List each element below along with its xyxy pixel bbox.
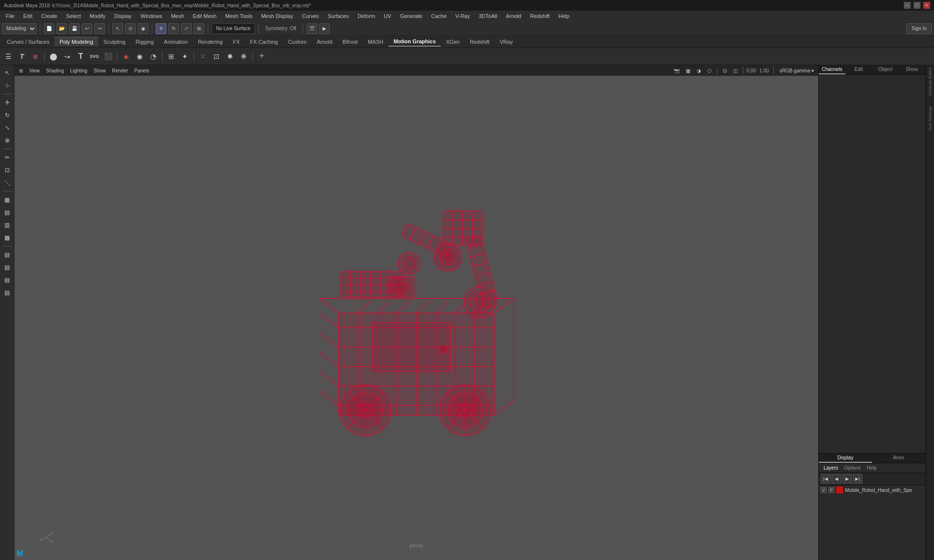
icon-place[interactable]: ⊞ [165, 50, 178, 63]
tab-rigging[interactable]: Rigging [131, 37, 159, 46]
tool-universal[interactable]: ⊕ [1, 135, 13, 146]
tool-sculpt[interactable]: ✏ [1, 152, 13, 163]
tab-channels[interactable]: Channels [819, 65, 845, 74]
layer-visibility-check[interactable]: V [821, 487, 826, 493]
tab-redshift[interactable]: Redshift [465, 37, 494, 46]
icon-curve[interactable]: ↝ [61, 50, 73, 63]
tab-fx[interactable]: FX [228, 37, 245, 46]
new-scene-btn[interactable]: 📄 [44, 23, 54, 34]
menu-edit-mesh[interactable]: Edit Mesh [189, 12, 220, 20]
tab-custom[interactable]: Custom [283, 37, 311, 46]
layer-nav-next[interactable]: ▶ [842, 474, 852, 484]
menu-mesh-tools[interactable]: Mesh Tools [221, 12, 256, 20]
tab-curves-surfaces[interactable]: Curves / Surfaces [2, 37, 54, 46]
icon-color2[interactable]: ◉ [133, 50, 146, 63]
menu-help[interactable]: Help [555, 12, 574, 20]
tab-poly-modeling[interactable]: Poly Modeling [54, 37, 98, 46]
tab-show[interactable]: Show [898, 65, 925, 74]
tool-cv[interactable]: ⋱ [1, 177, 13, 189]
menu-modify[interactable]: Modify [86, 12, 109, 20]
menu-select[interactable]: Select [62, 12, 85, 20]
tab-bifrost[interactable]: Bifrost [338, 37, 362, 46]
save-btn[interactable]: 💾 [69, 23, 80, 34]
tool-layout-grid[interactable]: ▦ [1, 194, 13, 206]
tool-list4[interactable]: ▤ [1, 287, 13, 298]
undo-btn[interactable]: ↩ [82, 23, 92, 34]
tab-xgen[interactable]: XGen [441, 37, 465, 46]
lasso-btn[interactable]: ⊙ [125, 23, 136, 34]
vp-shading[interactable]: Shading [44, 68, 67, 74]
tool-list1[interactable]: ▤ [1, 249, 13, 261]
render-btn[interactable]: ▶ [319, 23, 330, 34]
vp-icon-aa[interactable]: ◫ [731, 68, 740, 74]
menu-windows[interactable]: Windows [137, 12, 166, 20]
icon-cube[interactable]: ⬛ [102, 50, 114, 63]
menu-edit[interactable]: Edit [19, 12, 36, 20]
menu-3dtoall[interactable]: 3DToAll [475, 12, 501, 20]
tab-options[interactable]: Options [842, 465, 862, 471]
tab-sculpting[interactable]: Sculpting [99, 37, 130, 46]
layer-nav-start[interactable]: |◀ [821, 474, 830, 484]
tool-list2[interactable]: ▤ [1, 262, 13, 273]
close-button[interactable]: ✕ [923, 2, 930, 9]
scale-btn[interactable]: ⤢ [181, 23, 192, 34]
icon-color1[interactable]: ◈ [120, 50, 132, 63]
vp-icon-camera[interactable]: 📷 [671, 68, 682, 74]
tab-fx-caching[interactable]: FX Caching [245, 37, 283, 46]
icon-emitter[interactable]: ✺ [224, 50, 236, 63]
menu-mesh[interactable]: Mesh [167, 12, 188, 20]
tab-vray[interactable]: VRay [495, 37, 518, 46]
minimize-button[interactable]: ─ [904, 2, 911, 9]
tool-scale[interactable]: ⤡ [1, 122, 13, 134]
layer-nav-end[interactable]: ▶| [853, 474, 862, 484]
icon-arc[interactable]: ◔ [147, 50, 160, 63]
paint-btn[interactable]: ◉ [138, 23, 148, 34]
transform-btn[interactable]: ⊞ [194, 23, 204, 34]
viewport[interactable]: ⊞ View Shading Lighting Show Render Pane… [15, 65, 818, 560]
vp-icon-wireframe[interactable]: ⬡ [705, 68, 714, 74]
tab-mash[interactable]: MASH [363, 37, 388, 46]
render-settings-btn[interactable]: 🎬 [306, 23, 317, 34]
vp-render[interactable]: Render [109, 68, 130, 74]
icon-fields[interactable]: ⊡ [210, 50, 223, 63]
open-btn[interactable]: 📂 [56, 23, 67, 34]
menu-redshift[interactable]: Redshift [526, 12, 554, 20]
menu-cache[interactable]: Cache [427, 12, 450, 20]
tool-paint[interactable]: ⊡ [1, 164, 13, 176]
tab-motion-graphics[interactable]: Motion Graphics [389, 37, 441, 47]
menu-uv[interactable]: UV [380, 12, 395, 20]
icon-grid-dots[interactable]: ⁙ [197, 50, 209, 63]
icon-light[interactable]: ✦ [179, 50, 191, 63]
tool-select[interactable]: ↖ [1, 67, 13, 79]
mode-dropdown[interactable]: Modeling [2, 23, 36, 34]
icon-burst[interactable]: ❋ [237, 50, 250, 63]
menu-mesh-display[interactable]: Mesh Display [257, 12, 297, 20]
redo-btn[interactable]: ↪ [94, 23, 105, 34]
vp-icon-grid[interactable]: ▦ [683, 68, 693, 74]
tool-select2[interactable]: ⊹ [1, 80, 13, 91]
tab-arnold[interactable]: Arnold [312, 37, 337, 46]
tab-edit[interactable]: Edit [845, 65, 872, 74]
maximize-button[interactable]: □ [914, 2, 920, 9]
icon-sphere[interactable]: ⬤ [47, 50, 60, 63]
menu-display[interactable]: Display [110, 12, 136, 20]
menu-deform[interactable]: Deform [354, 12, 379, 20]
select-tool-btn[interactable]: ↖ [112, 23, 123, 34]
tool-list3[interactable]: ▤ [1, 274, 13, 286]
tab-rendering[interactable]: Rendering [193, 37, 228, 46]
icon-menu[interactable]: ☰ [2, 50, 15, 63]
vp-gamma-select[interactable]: sRGB gamma ▾ [777, 68, 816, 74]
rotate-btn[interactable]: ↻ [168, 23, 179, 34]
layer-nav-prev[interactable]: ◀ [831, 474, 841, 484]
vp-icon-resolution[interactable]: ⊡ [720, 68, 729, 74]
vp-view[interactable]: View [27, 68, 42, 74]
tab-display[interactable]: Display [819, 454, 872, 463]
vp-panels[interactable]: Panels [132, 68, 152, 74]
menu-vray[interactable]: V-Ray [451, 12, 474, 20]
move-btn[interactable]: ✛ [156, 23, 166, 34]
tab-layers[interactable]: Layers [822, 465, 840, 471]
tool-rotate[interactable]: ↻ [1, 109, 13, 121]
tool-layout-quad[interactable]: ▩ [1, 232, 13, 244]
sign-in-btn[interactable]: Sign In [906, 23, 932, 34]
vp-menu-toggle[interactable]: ⊞ [17, 68, 25, 74]
